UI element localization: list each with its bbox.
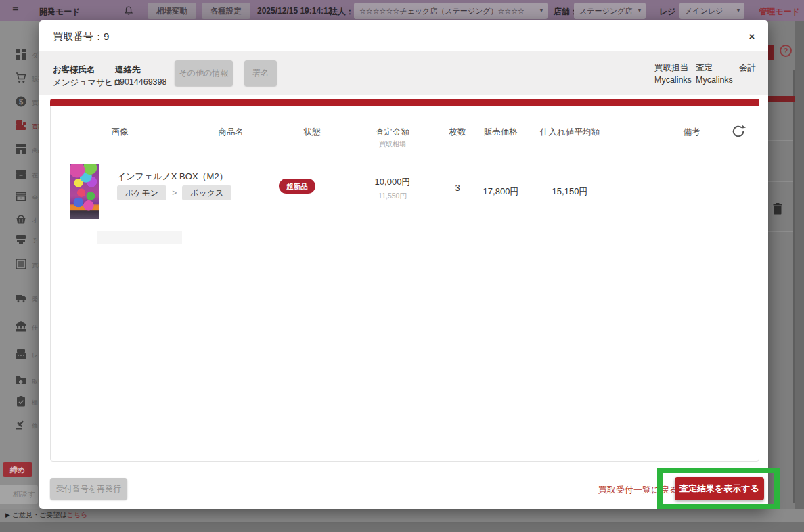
tag-separator: > [172, 185, 177, 200]
admin-mode-link[interactable]: 管理モード [759, 6, 800, 18]
register-icon [15, 119, 27, 131]
store-icon [15, 143, 27, 155]
table-accent-bar [50, 99, 759, 106]
assessed-price: 10,000円 [375, 176, 411, 188]
dimmed-background-bottom [0, 509, 804, 522]
chevron-down-icon: ▼ [736, 3, 741, 19]
list-icon [15, 258, 27, 270]
customer-name: メンジュマサヒロ [53, 77, 122, 89]
market-fluctuation-button[interactable]: 相場変動 [148, 3, 196, 19]
basket-icon [15, 213, 27, 225]
product-name: インフェルノX BOX（M2） [117, 171, 228, 183]
trash-icon[interactable] [772, 202, 783, 215]
sidebar-nav: ダ 販売 $ 買取 買取 商品 在 全店 オリ 予 買取 [0, 21, 39, 532]
refresh-icon[interactable] [731, 124, 746, 139]
sidebar-item-sales[interactable]: 販売 [0, 72, 39, 88]
show-assessment-result-button[interactable]: 査定結果を表示する [675, 477, 764, 500]
col-qty: 枚数 [449, 127, 466, 138]
sidebar-item-original[interactable]: オリ [0, 213, 39, 229]
category-tag[interactable]: ポケモン [117, 185, 166, 200]
hidden-red-button[interactable] [768, 45, 774, 60]
assessor-label: 査定 [696, 62, 713, 74]
quantity: 3 [455, 183, 460, 193]
help-icon[interactable]: ? [780, 45, 792, 57]
sale-price: 17,800円 [483, 185, 519, 198]
sidebar-item-dashboard[interactable]: ダ [0, 48, 39, 64]
buyer-staff-label: 買取担当 [654, 62, 688, 74]
contact-label: 連絡先 [115, 64, 141, 76]
sidebar-item-buyback-list[interactable]: 買取 [0, 258, 39, 274]
sidebar-item-buyback[interactable]: $ 買取 [0, 95, 39, 112]
dev-mode-label: 開発モード [39, 6, 81, 18]
table-header-row: 画像 商品名 状態 査定金額 買取相場 枚数 販売価格 仕入れ値平均額 備考 [51, 106, 759, 154]
sidebar-item-stocktake[interactable]: 棚 [0, 395, 39, 412]
contact-value: 09014469398 [115, 77, 166, 87]
sidebar-item-purchasing[interactable]: 仕 [0, 320, 39, 336]
sidebar-item-shipping[interactable]: 発 [0, 292, 39, 308]
menu-icon[interactable]: ≡ [12, 4, 18, 16]
arrow-icon: ▶ [5, 512, 10, 518]
sidebar-item-all-stores[interactable]: 全店 [0, 190, 39, 206]
gavel-icon [15, 418, 27, 430]
sidebar-item-inventory[interactable]: 在 [0, 168, 39, 184]
bank-icon [15, 320, 27, 332]
reissue-receipt-button[interactable]: 受付番号を再発行 [50, 478, 127, 500]
sidebar-item-register[interactable]: レ [0, 348, 39, 364]
sidebar-item-products[interactable]: 商品 [0, 143, 39, 159]
subcategory-tag[interactable]: ボックス [182, 185, 231, 200]
other-info-button[interactable]: その他の情報 [175, 60, 233, 86]
folder-arrow-icon [15, 374, 27, 386]
signature-button[interactable]: 署名 [244, 60, 277, 86]
feedback-link[interactable]: こちら [67, 511, 88, 518]
items-table-card: 画像 商品名 状態 査定金額 買取相場 枚数 販売価格 仕入れ値平均額 備考 イ… [50, 99, 759, 462]
clipboard-check-icon [15, 395, 27, 407]
category-tags: ポケモン>ボックス [117, 185, 231, 200]
assessor-value: Mycalinks [696, 75, 733, 85]
back-to-list-link[interactable]: 買取受付一覧に戻る [598, 484, 678, 496]
corp-select[interactable]: ☆☆☆☆☆☆チェック店（ステージング）☆☆☆☆ ▼ [354, 3, 548, 19]
col-avg-cost: 仕入れ値平均額 [540, 127, 600, 138]
loading-placeholder [97, 231, 182, 244]
settings-button[interactable]: 各種設定 [202, 3, 250, 19]
modal-title: 買取番号：9 [53, 30, 109, 43]
product-image [65, 163, 104, 220]
customer-info-bar: お客様氏名 メンジュマサヒロ 連絡先 09014469398 その他の情報 署名… [39, 51, 768, 95]
app-root: ≡ 開発モード 相場変動 各種設定 2025/12/15 19:14:12 法人… [0, 0, 804, 532]
col-remarks: 備考 [684, 127, 700, 138]
hidden-table-redbar [768, 96, 795, 102]
dimmed-background-right: ? [768, 21, 804, 509]
buyer-staff-value: Mycalinks [654, 75, 692, 85]
col-condition: 状態 [304, 127, 321, 138]
col-assessed-sub: 買取相場 [379, 139, 406, 149]
corp-label: 法人： [330, 6, 354, 18]
accounting-label: 会計 [739, 62, 756, 74]
register-select[interactable]: メインレジ ▼ [679, 3, 744, 19]
table-row[interactable]: インフェルノX BOX（M2） ポケモン>ボックス 超新品 10,000円 11… [51, 154, 759, 229]
kiosk-icon [15, 233, 27, 245]
store-select[interactable]: ステージング店 ▼ [574, 3, 646, 19]
customer-name-label: お客様氏名 [53, 64, 95, 76]
datetime: 2025/12/15 19:14:12 [257, 6, 332, 16]
sidebar-item-buyback-register-active[interactable]: 買取 [0, 119, 39, 135]
col-name: 商品名 [218, 127, 244, 138]
sidebar-item-transactions[interactable]: 取引 [0, 374, 39, 391]
store-select-value: ステージング店 [579, 7, 632, 15]
feedback-link-row: ▶ご意見・ご要望はこちら [5, 510, 87, 520]
register2-icon [15, 348, 27, 360]
truck-icon [15, 292, 27, 304]
cart-icon [15, 72, 27, 84]
svg-text:$: $ [19, 97, 23, 106]
buyback-detail-modal: 買取番号：9 × お客様氏名 メンジュマサヒロ 連絡先 09014469398 … [39, 20, 768, 509]
sidebar-item-reservation[interactable]: 予 [0, 233, 39, 249]
col-sale-price: 販売価格 [484, 127, 518, 138]
market-price: 11,550円 [378, 192, 407, 201]
sidebar-item-adjustment[interactable]: 修 [0, 418, 39, 435]
dashboard-icon [15, 48, 27, 60]
closing-button[interactable]: 締め [3, 462, 32, 477]
scrollbar[interactable] [793, 70, 795, 503]
close-icon[interactable]: × [745, 30, 759, 43]
register-select-value: メインレジ [685, 7, 723, 15]
consult-button[interactable]: 相談す [0, 485, 38, 504]
bell-icon[interactable] [123, 5, 134, 17]
feedback-text: ご意見・ご要望は [12, 511, 67, 518]
